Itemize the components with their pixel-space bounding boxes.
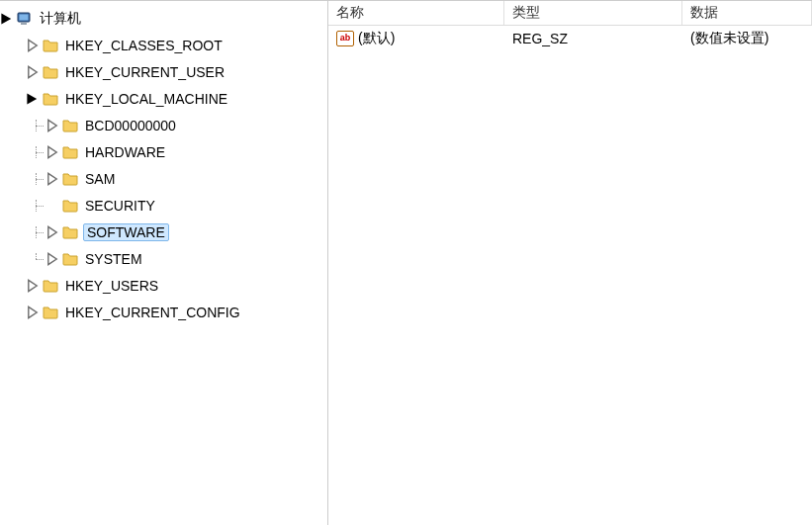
folder-icon <box>42 63 59 81</box>
tree-node-label: SYSTEM <box>83 250 146 267</box>
value-name: (默认) <box>358 30 395 47</box>
tree-node-label: HKEY_LOCAL_MACHINE <box>63 90 231 107</box>
folder-icon <box>61 197 79 215</box>
tree-node-label: HKEY_USERS <box>63 277 162 294</box>
svg-rect-1 <box>20 14 29 20</box>
expand-icon[interactable] <box>26 306 40 319</box>
folder-icon <box>42 90 59 108</box>
tree-node-system[interactable]: SYSTEM <box>0 245 327 272</box>
registry-editor: 计算机 HKEY_CLASSES_ROOT HKEY_CURRENT_USER … <box>0 0 812 525</box>
list-body[interactable]: ab (默认) REG_SZ (数值未设置) <box>328 26 812 525</box>
tree-node-security[interactable]: SECURITY <box>0 192 327 219</box>
expand-icon[interactable] <box>45 119 59 132</box>
tree-node-sam[interactable]: SAM <box>0 165 327 192</box>
string-value-icon: ab <box>336 31 354 46</box>
folder-icon <box>61 223 79 241</box>
expand-collapse-icon[interactable] <box>0 12 14 26</box>
value-type: REG_SZ <box>504 31 682 46</box>
folder-icon <box>42 277 59 295</box>
tree-node-hardware[interactable]: HARDWARE <box>0 138 327 165</box>
expand-icon[interactable] <box>45 145 59 159</box>
folder-icon <box>61 170 79 188</box>
tree-node-label: 计算机 <box>38 9 85 28</box>
list-header: 名称 类型 数据 <box>328 1 812 26</box>
column-header-name[interactable]: 名称 <box>328 1 504 25</box>
tree-node-label: SAM <box>83 170 119 187</box>
list-row[interactable]: ab (默认) REG_SZ (数值未设置) <box>328 26 812 51</box>
values-pane: 名称 类型 数据 ab (默认) REG_SZ (数值未设置) <box>328 1 812 525</box>
tree-node-hku[interactable]: HKEY_USERS <box>0 272 327 299</box>
tree-node-hkcu[interactable]: HKEY_CURRENT_USER <box>0 58 327 85</box>
folder-icon <box>61 250 79 268</box>
tree-node-label: HKEY_CURRENT_CONFIG <box>63 304 244 320</box>
expand-icon[interactable] <box>45 252 59 266</box>
expand-icon[interactable] <box>26 39 40 52</box>
column-header-type[interactable]: 类型 <box>504 1 682 25</box>
tree-node-label: HARDWARE <box>83 143 169 160</box>
computer-icon <box>16 10 34 28</box>
tree-pane[interactable]: 计算机 HKEY_CLASSES_ROOT HKEY_CURRENT_USER … <box>0 1 328 525</box>
folder-icon <box>42 37 59 54</box>
expand-icon[interactable] <box>26 65 40 79</box>
tree-node-bcd[interactable]: BCD00000000 <box>0 112 327 138</box>
tree-node-software[interactable]: SOFTWARE <box>0 219 327 245</box>
expand-icon[interactable] <box>45 172 59 186</box>
tree-node-label: BCD00000000 <box>83 117 180 133</box>
column-header-data[interactable]: 数据 <box>682 1 812 25</box>
tree-node-label: HKEY_CLASSES_ROOT <box>63 37 226 53</box>
svg-rect-2 <box>21 23 27 25</box>
collapse-icon[interactable] <box>26 92 40 106</box>
tree-node-label: HKEY_CURRENT_USER <box>63 63 228 80</box>
value-data: (数值未设置) <box>682 30 812 47</box>
tree-node-computer[interactable]: 计算机 <box>0 5 327 32</box>
folder-icon <box>42 304 59 321</box>
tree-node-hklm[interactable]: HKEY_LOCAL_MACHINE <box>0 85 327 112</box>
tree-node-label: SOFTWARE <box>83 223 169 241</box>
folder-icon <box>61 143 79 161</box>
tree-node-hkcr[interactable]: HKEY_CLASSES_ROOT <box>0 32 327 58</box>
expand-icon[interactable] <box>45 225 59 239</box>
tree-node-label: SECURITY <box>83 197 159 214</box>
expand-icon[interactable] <box>26 279 40 293</box>
tree-node-hkcc[interactable]: HKEY_CURRENT_CONFIG <box>0 299 327 325</box>
folder-icon <box>61 117 79 134</box>
